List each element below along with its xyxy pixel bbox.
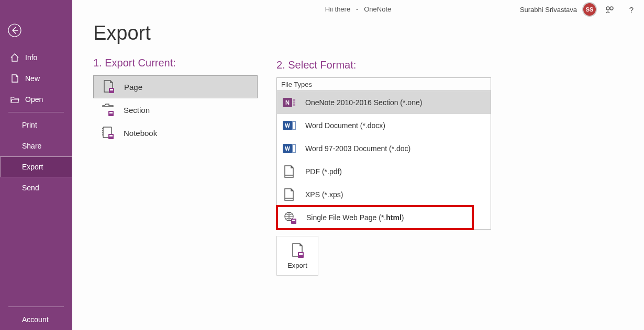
onenote-icon: N xyxy=(282,96,296,109)
svg-point-3 xyxy=(606,7,609,10)
ft-label: PDF (*.pdf) xyxy=(305,167,342,176)
svg-point-4 xyxy=(610,7,613,10)
ft-label: Single File Web Page (*.html) xyxy=(306,213,404,222)
sidebar-item-label: New xyxy=(25,74,40,83)
ft-pdf[interactable]: PDF (*.pdf) xyxy=(277,160,491,183)
ft-label: XPS (*.xps) xyxy=(305,190,343,199)
page-icon xyxy=(9,73,20,84)
back-button[interactable] xyxy=(5,21,24,40)
sidebar-item-new[interactable]: New xyxy=(0,68,72,89)
ft-html[interactable]: Single File Web Page (*.html) xyxy=(276,205,474,230)
notebook-save-icon xyxy=(102,126,114,140)
html-icon xyxy=(283,211,297,224)
ft-onenote[interactable]: N OneNote 2010-2016 Section (*.one) xyxy=(277,91,491,114)
ft-word[interactable]: W Word Document (*.docx) xyxy=(277,114,491,137)
svg-text:W: W xyxy=(285,146,290,152)
sidebar-item-label: Open xyxy=(25,95,43,104)
ft-word97[interactable]: W Word 97-2003 Document (*.doc) xyxy=(277,137,491,160)
scope-section[interactable]: Section xyxy=(93,98,258,121)
user-name[interactable]: Surabhi Srivastava xyxy=(520,6,577,14)
svg-rect-8 xyxy=(109,112,113,113)
xps-icon xyxy=(282,188,296,201)
ft-xps[interactable]: XPS (*.xps) xyxy=(277,183,491,206)
sidebar-item-export[interactable]: Export xyxy=(0,156,72,177)
sidebar-separator xyxy=(8,112,64,112)
section-save-icon xyxy=(102,103,114,117)
file-types-header: File Types xyxy=(277,78,491,91)
window-title: Hii there - OneNote xyxy=(325,5,392,13)
sidebar-item-label: Export xyxy=(22,163,43,171)
svg-rect-19 xyxy=(293,121,295,130)
sidebar-item-share[interactable]: Share xyxy=(0,135,72,156)
select-format-heading: 2. Select Format: xyxy=(276,59,491,71)
svg-rect-15 xyxy=(293,101,295,104)
sidebar-item-label: Share xyxy=(22,142,41,150)
svg-rect-11 xyxy=(109,135,113,136)
sidebar-item-send[interactable]: Send xyxy=(0,177,72,198)
page-save-icon xyxy=(102,79,115,94)
file-types-box: File Types N OneNote 2010-2016 Section (… xyxy=(276,77,491,230)
export-button-label: Export xyxy=(287,261,307,269)
help-icon[interactable]: ? xyxy=(622,2,641,17)
scope-label: Page xyxy=(124,83,142,92)
export-current-heading: 1. Export Current: xyxy=(93,57,258,69)
sidebar-item-label: Print xyxy=(22,121,37,129)
app-name: OneNote xyxy=(364,5,391,13)
export-button[interactable]: Export xyxy=(276,236,318,276)
folder-open-icon xyxy=(9,94,20,105)
word97-icon: W xyxy=(282,142,296,155)
word-icon: W xyxy=(282,119,296,132)
svg-rect-16 xyxy=(293,104,295,106)
svg-rect-25 xyxy=(292,220,295,221)
home-icon xyxy=(9,52,20,63)
document-name: Hii there xyxy=(325,5,350,13)
scope-notebook[interactable]: Notebook xyxy=(93,121,258,144)
svg-rect-27 xyxy=(299,253,303,255)
notifications-icon[interactable] xyxy=(600,2,619,17)
backstage-sidebar: Info New Open Print Share Export Send xyxy=(0,0,72,330)
title-bar: Hii there - OneNote Surabhi Srivastava S… xyxy=(72,0,644,19)
scope-label: Section xyxy=(124,106,150,115)
title-separator: - xyxy=(352,5,362,13)
ft-label: OneNote 2010-2016 Section (*.one) xyxy=(305,98,422,107)
svg-rect-22 xyxy=(293,144,295,153)
user-avatar[interactable]: SS xyxy=(582,2,597,17)
ft-label: Word 97-2003 Document (*.doc) xyxy=(305,144,410,153)
scope-page[interactable]: Page xyxy=(93,75,258,98)
sidebar-item-open[interactable]: Open xyxy=(0,89,72,110)
sidebar-item-info[interactable]: Info xyxy=(0,47,72,68)
scope-label: Notebook xyxy=(124,129,157,138)
svg-rect-14 xyxy=(293,99,295,101)
sidebar-separator xyxy=(8,306,64,307)
sidebar-item-label: Account xyxy=(22,315,49,324)
sidebar-item-label: Info xyxy=(25,53,37,62)
ft-label: Word Document (*.docx) xyxy=(305,121,385,130)
sidebar-item-label: Send xyxy=(22,184,39,192)
svg-text:N: N xyxy=(285,99,290,106)
svg-rect-6 xyxy=(110,89,113,90)
pdf-icon xyxy=(282,165,296,178)
sidebar-item-account[interactable]: Account xyxy=(0,309,72,330)
page-title: Export xyxy=(93,22,623,44)
svg-text:W: W xyxy=(285,123,290,129)
back-arrow-icon xyxy=(7,23,22,38)
page-save-icon xyxy=(291,243,304,258)
backstage-content: Export 1. Export Current: Page xyxy=(72,0,644,330)
sidebar-item-print[interactable]: Print xyxy=(0,115,72,135)
